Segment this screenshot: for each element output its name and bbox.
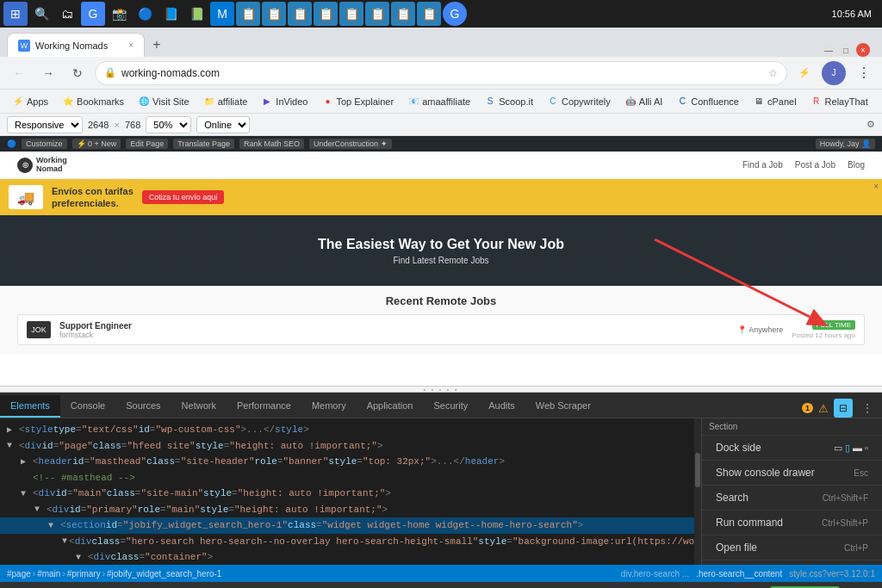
tree-line[interactable]: ▶ <style type="text/css" id="wp-custom-c… [0, 422, 694, 438]
viewport-settings-icon[interactable]: ⚙ [866, 119, 875, 130]
browser-taskbar-icon[interactable]: G [81, 2, 105, 26]
taskbar-icon-5[interactable]: 📗 [184, 2, 208, 26]
account-button[interactable]: J [822, 61, 846, 85]
taskbar-icon-10[interactable]: 📋 [314, 2, 338, 26]
run-command-item[interactable]: Run command Ctrl+Shift+P [702, 511, 882, 535]
rank-math-btn[interactable]: Rank Math SEO [239, 139, 304, 149]
tree-line-selected[interactable]: ▼ <section id="jobify_widget_search_hero… [0, 517, 694, 534]
ad-close-button[interactable]: × [873, 182, 879, 191]
taskbar-icon-6[interactable]: M [210, 2, 234, 26]
online-select[interactable]: Online [196, 116, 250, 133]
devtools-tab-audits[interactable]: Audits [478, 395, 525, 418]
edit-page-btn[interactable]: Edit Page [126, 139, 168, 149]
status-crumb-main[interactable]: #main [37, 569, 60, 579]
tab-close-button[interactable]: × [128, 40, 134, 50]
dock-bottom-icon[interactable]: ▯ [845, 443, 850, 454]
active-tab[interactable]: W Working Nomads × [7, 33, 145, 57]
tree-line[interactable]: ▼ <div class="container" > [0, 549, 694, 565]
taskbar-icon-11[interactable]: 📋 [339, 2, 363, 26]
job-card[interactable]: JOK Support Engineer formstack 📍 Anywher… [17, 314, 865, 345]
devtools-tab-web-scraper[interactable]: Web Scraper [525, 395, 601, 418]
minimize-button[interactable]: — [822, 43, 835, 57]
bookmark-copywritely[interactable]: C Copywritely [542, 94, 616, 109]
bookmark-amaaffiliate[interactable]: 📧 amaaffiliate [402, 94, 475, 109]
taskbar-icon-13[interactable]: 📋 [391, 2, 415, 26]
bookmark-bookmarks[interactable]: ⭐ Bookmarks [57, 94, 129, 109]
maximize-button[interactable]: □ [839, 43, 853, 57]
menu-button[interactable]: ⋮ [851, 61, 875, 85]
dock-left-icon[interactable]: ▭ [834, 443, 842, 454]
bookmark-other[interactable]: 📁 Other bookmarks [877, 94, 882, 109]
address-bar[interactable]: 🔒 working-nomads.com ☆ [95, 61, 787, 85]
dock-undocked-icon[interactable]: ▫ [865, 443, 868, 454]
customize-btn[interactable]: Customize [22, 139, 67, 149]
site-logo[interactable]: ◎ WorkingNomad [17, 157, 67, 174]
translate-btn[interactable]: Translate Page [173, 139, 234, 149]
devtools-dock-button[interactable]: ⊟ [834, 399, 853, 418]
howdy-btn[interactable]: Howdy, Jay 👤 [816, 139, 875, 149]
responsive-select[interactable]: Responsive [7, 116, 83, 133]
windows-button[interactable]: ⊞ [3, 2, 28, 26]
taskbar-icon-4[interactable]: 📘 [158, 2, 183, 26]
zoom-select[interactable]: 50% [146, 116, 191, 133]
bookmark-relaythat[interactable]: R RelayThat [805, 94, 873, 109]
html-tree[interactable]: ▶ <style type="text/css" id="wp-custom-c… [0, 418, 694, 565]
tree-line[interactable]: ▼ <div class="hero-search hero-search--n… [0, 534, 694, 550]
status-crumb-page[interactable]: #page [7, 569, 31, 579]
taskbar-icon-3[interactable]: 🔵 [133, 2, 157, 26]
devtools-tab-elements[interactable]: Elements [0, 395, 60, 418]
open-file-item[interactable]: Open file Ctrl+P [702, 535, 882, 560]
devtools-tab-application[interactable]: Application [357, 395, 424, 418]
dock-right-icon[interactable]: ▬ [853, 443, 862, 454]
taskbar-icon-7[interactable]: 📋 [236, 2, 260, 26]
taskbar-icon-14[interactable]: 📋 [417, 2, 441, 26]
devtools-tab-console[interactable]: Console [60, 395, 115, 418]
tree-line[interactable]: ▶ <header id="masthead" class="site-head… [0, 454, 694, 470]
bookmark-alli-ai[interactable]: 🤖 Alli AI [619, 94, 668, 109]
forward-button[interactable]: → [36, 61, 60, 85]
status-crumb-primary[interactable]: #primary [67, 569, 101, 579]
devtools-scrollbar-thumb[interactable] [695, 453, 700, 487]
task-view-btn[interactable]: 🗂 [55, 2, 79, 26]
taskbar-icon-9[interactable]: 📋 [288, 2, 312, 26]
taskbar-icon-8[interactable]: 📋 [262, 2, 286, 26]
devtools-tab-network[interactable]: Network [171, 395, 227, 418]
tree-line[interactable]: ▼ <div id="main" class="site-main" style… [0, 486, 694, 502]
nav-find-job[interactable]: Find a Job [742, 160, 783, 170]
devtools-tab-memory[interactable]: Memory [301, 395, 357, 418]
devtools-more-button[interactable]: ⋮ [858, 399, 877, 418]
taskbar-icon-15[interactable]: G [443, 2, 467, 26]
reload-button[interactable]: ↻ [65, 61, 90, 85]
search-menu-item[interactable]: Search Ctrl+Shift+F [702, 486, 882, 511]
ad-cta-button[interactable]: Cotiza tu envío aqui [142, 190, 225, 204]
bookmark-top-explainer[interactable]: ● Top Explainer [316, 94, 399, 109]
bookmark-apps[interactable]: ⚡ Apps [7, 94, 53, 109]
dock-side-menu-item[interactable]: Dock side ▭ ▯ ▬ ▫ [702, 436, 882, 461]
new-btn[interactable]: ⚡ 0 + New [72, 139, 121, 149]
taskbar-icon-12[interactable]: 📋 [365, 2, 389, 26]
taskbar-icon-2[interactable]: 📸 [107, 2, 131, 26]
tree-line[interactable]: ▼ <div id="primary" role="main" style="h… [0, 502, 694, 518]
close-button[interactable]: × [856, 43, 870, 57]
bookmark-scoopit[interactable]: S Scoop.it [479, 94, 538, 109]
resize-handle[interactable]: • • • • • [0, 386, 882, 393]
back-button[interactable]: ← [7, 61, 31, 85]
nav-post-job[interactable]: Post a Job [795, 160, 835, 170]
extensions-button[interactable]: ⚡ [792, 61, 817, 85]
bookmark-invideo[interactable]: ▶ InVideo [256, 94, 313, 109]
bookmark-confluence[interactable]: C Confluence [671, 94, 744, 109]
bookmark-visit-site[interactable]: 🌐 Visit Site [133, 94, 195, 109]
underconstruction-btn[interactable]: UnderConstruction ✦ [309, 139, 392, 149]
search-taskbar-btn[interactable]: 🔍 [29, 2, 53, 26]
devtools-scrollbar[interactable] [694, 418, 701, 565]
nav-blog[interactable]: Blog [848, 160, 865, 170]
tree-line[interactable]: ▼ <div id="page" class="hfeed site" styl… [0, 438, 694, 455]
devtools-tab-performance[interactable]: Performance [227, 395, 301, 418]
bookmark-affiliate[interactable]: 📁 affiliate [198, 94, 253, 109]
devtools-tab-sources[interactable]: Sources [115, 395, 171, 418]
bookmark-cpanel[interactable]: 🖥 cPanel [748, 94, 802, 109]
tree-line[interactable]: <!-- #masthead --> [0, 470, 694, 486]
status-crumb-hero[interactable]: #jobify_widget_search_hero-1 [107, 569, 221, 579]
show-console-drawer-item[interactable]: Show console drawer Esc [702, 461, 882, 486]
new-tab-button[interactable]: + [145, 33, 169, 57]
